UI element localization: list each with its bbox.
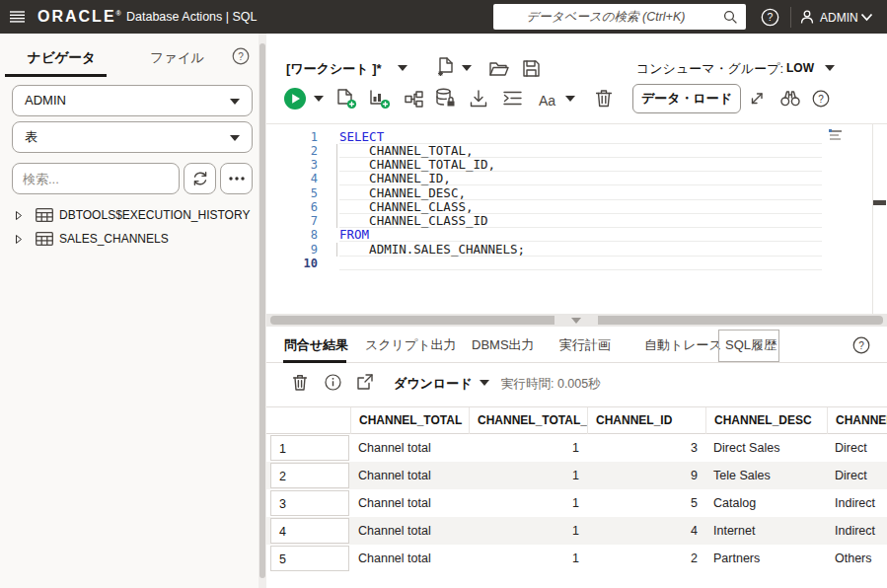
grid-column-header[interactable]: CHANNEL_CLASS [827, 407, 887, 434]
expand-editor-icon[interactable] [749, 91, 765, 107]
help-icon[interactable]: ? [761, 8, 779, 27]
search-icon [723, 10, 738, 25]
row-number-cell[interactable]: 4 [270, 518, 349, 544]
user-menu-chevron-icon[interactable] [860, 13, 873, 22]
tab-script-output[interactable]: スクリプト出力 [365, 336, 457, 354]
code-line: CHANNEL_TOTAL, [339, 144, 822, 158]
indent-guide [336, 144, 337, 228]
commit-database-icon[interactable] [435, 88, 456, 109]
grid-row[interactable]: 5 Channel total 1 2 Partners Others [266, 545, 887, 572]
sidebar-tab-files[interactable]: ファイル [150, 49, 204, 67]
consumer-group-value[interactable]: LOW [786, 61, 814, 75]
splitter-collapse-handle[interactable] [554, 316, 598, 325]
grid-column-header[interactable]: CHANNEL_TOTAL_ID [469, 407, 587, 434]
grid-row[interactable]: 4 Channel total 1 4 Internet Indirect [266, 517, 887, 545]
grid-column-header[interactable]: CHANNEL_TOTAL [350, 407, 469, 434]
sidebar-splitter[interactable] [259, 34, 266, 588]
user-menu-label[interactable]: ADMIN [820, 11, 858, 25]
svg-text:?: ? [818, 94, 824, 105]
consumer-group-label: コンシューマ・グループ: [636, 60, 783, 78]
refresh-button[interactable] [184, 163, 216, 194]
text-size-caret-icon[interactable] [565, 96, 575, 102]
code-line: ADMIN.SALES_CHANNELS; [339, 243, 822, 257]
tree-item-sales-channels[interactable]: SALES_CHANNELS [0, 227, 259, 251]
line-number: 6 [288, 200, 318, 214]
execution-time-label: 実行時間: 0.005秒 [501, 376, 601, 393]
editor-scrollbar-marker[interactable] [873, 200, 886, 205]
tree-expand-caret-icon[interactable] [16, 211, 22, 220]
run-menu-caret-icon[interactable] [314, 96, 324, 102]
sidebar-search-box[interactable] [12, 163, 180, 194]
sql-editor[interactable]: 1 2 3 4 5 6 7 8 9 10 SELECT CHANNEL_TOTA… [266, 123, 887, 314]
consumer-group-caret-icon[interactable] [825, 65, 835, 71]
tab-explain-plan[interactable]: 実行計画 [559, 336, 611, 354]
clear-worksheet-icon[interactable] [596, 89, 612, 108]
minimap-icon[interactable] [829, 129, 843, 143]
info-icon[interactable] [325, 374, 341, 391]
line-number: 8 [288, 228, 318, 242]
more-options-button[interactable] [220, 163, 253, 194]
tab-autotrace[interactable]: 自動トレース [644, 336, 722, 354]
code-line: FROM [339, 228, 822, 242]
discard-results-icon[interactable] [293, 374, 307, 391]
run-statement-button[interactable] [284, 88, 306, 110]
tab-sql-history[interactable]: SQL履歴 [725, 336, 776, 354]
autotrace-icon[interactable] [405, 91, 423, 108]
grid-corner-cell [270, 407, 350, 434]
oracle-logo: ORACLE® [37, 8, 123, 26]
tab-query-result[interactable]: 問合せ結果 [284, 336, 348, 354]
worksheet-help-icon[interactable]: ? [812, 90, 830, 108]
schema-select[interactable]: ADMIN [12, 85, 253, 116]
line-number: 5 [288, 186, 318, 200]
new-worksheet-icon[interactable] [437, 57, 454, 77]
download-editor-icon[interactable] [470, 90, 487, 108]
tree-item-dbtools-execution-history[interactable]: DBTOOLS$EXECUTION_HISTORY [0, 203, 259, 227]
code-line: CHANNEL_CLASS_ID [339, 214, 822, 228]
open-file-icon[interactable] [489, 61, 509, 77]
format-code-icon[interactable] [503, 91, 522, 106]
active-tab-underline [5, 74, 107, 77]
new-worksheet-caret-icon[interactable] [462, 65, 472, 71]
run-script-icon[interactable] [337, 89, 357, 110]
database-search-box[interactable] [493, 4, 746, 30]
grid-row[interactable]: 3 Channel total 1 5 Catalog Indirect [266, 489, 887, 517]
code-line: SELECT [339, 130, 822, 144]
row-number-cell[interactable]: 5 [270, 546, 349, 571]
explain-plan-icon[interactable] [370, 89, 391, 110]
line-number: 9 [288, 243, 318, 257]
grid-column-header[interactable]: CHANNEL_DESC [705, 407, 827, 434]
user-icon [799, 9, 815, 25]
worksheet-menu-caret-icon[interactable] [398, 65, 407, 71]
editor-scrollbar-track[interactable] [872, 124, 873, 315]
svg-text:?: ? [238, 51, 244, 62]
download-button[interactable]: ダウンロード [394, 375, 473, 393]
navigator-sidebar: ナビゲータ ファイル ? ADMIN 表 DBTOOLS$ [0, 34, 259, 588]
row-number-cell[interactable]: 2 [270, 463, 349, 488]
grid-row[interactable]: 2 Channel total 1 9 Tele Sales Direct [266, 462, 887, 489]
hamburger-menu-icon[interactable] [10, 10, 25, 24]
row-number-cell[interactable]: 3 [270, 490, 349, 516]
data-load-button[interactable]: データ・ロード [632, 84, 741, 113]
object-type-select[interactable]: 表 [12, 121, 253, 153]
line-number: 10 [288, 257, 318, 270]
database-search-input[interactable] [493, 4, 746, 30]
tree-expand-caret-icon[interactable] [16, 235, 22, 244]
text-size-button[interactable]: Aa [539, 93, 555, 109]
results-help-icon[interactable]: ? [852, 336, 870, 354]
tab-dbms-output[interactable]: DBMS出力 [472, 336, 535, 354]
worksheet-tab-label[interactable]: [ワークシート ]* [286, 60, 382, 78]
topbar-divider [790, 7, 791, 28]
sidebar-tab-navigator[interactable]: ナビゲータ [28, 49, 96, 67]
grid-column-header[interactable]: CHANNEL_ID [587, 407, 705, 434]
sidebar-search-input[interactable] [13, 164, 179, 193]
line-number: 7 [288, 214, 318, 228]
row-number-cell[interactable]: 1 [270, 435, 349, 461]
line-number: 3 [288, 158, 318, 172]
save-file-icon[interactable] [523, 60, 540, 77]
grid-header-row: CHANNEL_TOTAL CHANNEL_TOTAL_ID CHANNEL_I… [266, 406, 887, 434]
grid-row[interactable]: 1 Channel total 1 3 Direct Sales Direct [266, 434, 887, 462]
sidebar-help-icon[interactable]: ? [232, 47, 250, 65]
download-caret-icon[interactable] [480, 380, 489, 386]
find-binoculars-icon[interactable] [780, 90, 800, 107]
open-in-new-window-icon[interactable] [357, 374, 373, 390]
